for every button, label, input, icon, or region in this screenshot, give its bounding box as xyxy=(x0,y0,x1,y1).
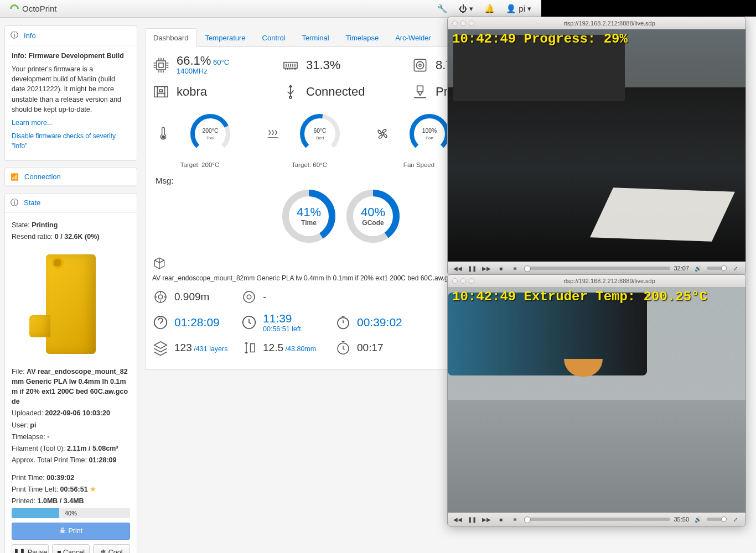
state-title-link[interactable]: State xyxy=(24,199,40,207)
skip-fwd-icon-2[interactable]: ▶▶ xyxy=(481,517,492,523)
brand-text: OctoPrint xyxy=(22,4,57,13)
file-label: File: xyxy=(12,368,25,375)
stop-icon[interactable]: ■ xyxy=(495,265,506,272)
tl-v: - xyxy=(47,433,49,441)
tab-control[interactable]: Control xyxy=(254,28,294,47)
skip-back-icon[interactable]: ◀◀ xyxy=(452,265,463,272)
stop-icon-2[interactable]: ■ xyxy=(495,517,506,523)
mem-pct: 31.3% xyxy=(306,59,340,71)
info-disable-link[interactable]: Disable firmware checks of severity "Inf… xyxy=(12,132,116,150)
cancel-button[interactable]: ■ Cancel xyxy=(52,544,89,553)
bell-icon[interactable]: 🔔 xyxy=(484,4,495,14)
disk-icon xyxy=(411,56,429,74)
tl-l: Timelapse: xyxy=(12,433,45,441)
nozzle-icon xyxy=(411,83,429,101)
playlist-icon[interactable]: ≡ xyxy=(510,265,521,272)
brand-logo-icon xyxy=(8,2,21,15)
info-panel: Info Info: Firmware Development Build Yo… xyxy=(4,25,137,161)
brand[interactable]: OctoPrint xyxy=(10,4,57,13)
traffic-lights-2[interactable] xyxy=(452,278,474,284)
fil-v: 2.11m / 5.08cm³ xyxy=(67,445,118,452)
video1-controls: ◀◀ ❚❚ ▶▶ ■ ≡ 32:07 🔊 ⤢ xyxy=(448,262,745,275)
gcode-ring: 40%GCode xyxy=(345,189,401,244)
fullscreen-icon-2[interactable]: ⤢ xyxy=(730,517,741,523)
eta: 11:3900:56:51 left xyxy=(241,312,335,333)
pause-button[interactable]: ❚❚ Pause xyxy=(12,544,49,553)
printer-name: kobra xyxy=(177,86,207,98)
volume-slider[interactable] xyxy=(707,267,727,270)
filament-used: 0.909m xyxy=(152,289,241,305)
volume-slider-2[interactable] xyxy=(707,518,727,521)
video-window-2[interactable]: rtsp://192.168.2.212:8889/live.sdp 10:42… xyxy=(447,274,746,526)
svg-text:GCode: GCode xyxy=(362,219,384,227)
print-progress: 40% xyxy=(12,508,130,518)
svg-point-5 xyxy=(419,64,421,66)
uploaded-label: Uploaded: xyxy=(12,409,43,417)
uploaded-value: 2022-09-06 10:03:20 xyxy=(45,409,110,417)
stopwatch-icon xyxy=(335,314,351,331)
ram-icon xyxy=(282,56,299,74)
video1-feed: 10:42:49 Progress: 29% xyxy=(448,29,745,262)
wrench-icon[interactable]: 🔧 xyxy=(437,4,448,14)
cpu-pct: 66.1% xyxy=(177,54,211,67)
info-learn-link[interactable]: Learn more... xyxy=(12,119,53,127)
resend-label: Resend ratio: xyxy=(12,233,53,241)
print-button[interactable]: 🖶 Print xyxy=(12,523,130,539)
tool-target: Target: 200°C xyxy=(156,161,244,168)
cpu-stat: 66.1% 60°C1400MHz xyxy=(152,55,271,75)
svg-text:60°C: 60°C xyxy=(313,128,327,134)
pt-v: 00:39:02 xyxy=(46,474,74,482)
connection-panel: Connection xyxy=(4,168,137,186)
skip-back-icon-2[interactable]: ◀◀ xyxy=(452,517,463,523)
layers: 123 /431 layers xyxy=(152,340,241,356)
video2-overlay: 10:42:49 Extruder Temp: 200.25°C xyxy=(452,289,707,304)
svg-text:Bed: Bed xyxy=(316,135,324,140)
msg-label: Msg: xyxy=(156,176,174,185)
volume-icon-2[interactable]: 🔊 xyxy=(692,517,703,523)
filament-right: - xyxy=(241,289,335,305)
svg-point-32 xyxy=(244,291,255,302)
seek-bar[interactable] xyxy=(524,267,670,270)
mem-stat: 31.3% xyxy=(282,56,400,74)
skip-fwd-icon[interactable]: ▶▶ xyxy=(481,265,492,272)
cpu-freq: 1400MHz xyxy=(177,67,208,75)
tab-timelapse[interactable]: Timelapse xyxy=(338,28,387,47)
seek-bar-2[interactable] xyxy=(524,518,670,521)
user-menu[interactable]: 👤 pi ▾ xyxy=(506,4,531,14)
traffic-lights[interactable] xyxy=(452,20,474,26)
height-icon xyxy=(241,340,257,356)
last-layer-time: 00:17 xyxy=(335,340,423,356)
svg-text:200°C: 200°C xyxy=(203,128,219,134)
playlist-icon-2[interactable]: ≡ xyxy=(510,517,521,523)
video2-title: rtsp://192.168.2.212:8889/live.sdp xyxy=(478,278,741,284)
tab-dashboard[interactable]: Dashboard xyxy=(145,28,197,47)
video2-feed: 10:42:49 Extruder Temp: 200.25°C xyxy=(448,287,745,513)
info-title-link[interactable]: Info xyxy=(24,32,36,40)
svg-rect-0 xyxy=(157,61,165,70)
fullscreen-icon[interactable]: ⤢ xyxy=(730,265,741,272)
ptl-v: 00:56:51 xyxy=(60,486,88,493)
user-label: pi xyxy=(519,4,525,13)
connection-title-link[interactable]: Connection xyxy=(24,173,61,181)
user-l: User: xyxy=(12,421,28,429)
svg-text:Fan: Fan xyxy=(426,135,433,140)
svg-text:100%: 100% xyxy=(422,128,437,134)
svg-point-31 xyxy=(158,295,163,299)
tab-temperature[interactable]: Temperature xyxy=(197,28,254,47)
pt-l: Print Time: xyxy=(12,474,45,482)
video1-time: 32:07 xyxy=(674,265,689,272)
layers-icon xyxy=(152,340,169,356)
tab-terminal[interactable]: Terminal xyxy=(294,28,338,47)
pause-icon[interactable]: ❚❚ xyxy=(467,265,478,272)
svg-point-4 xyxy=(416,61,423,69)
video-window-1[interactable]: rtsp://192.168.2.212:8888/live.sdp 10:42… xyxy=(447,17,746,275)
tab-arcwelder[interactable]: Arc-Welder xyxy=(387,28,439,47)
state-label: State: xyxy=(12,221,30,229)
power-menu[interactable]: ⏻ ▾ xyxy=(459,4,473,13)
signal-icon xyxy=(11,173,21,181)
heatbed-icon xyxy=(265,126,281,142)
cool-button[interactable]: ❄ Cool xyxy=(93,544,130,553)
pause-icon-2[interactable]: ❚❚ xyxy=(467,517,478,523)
volume-icon[interactable]: 🔊 xyxy=(692,265,703,272)
ptl-l: Print Time Left: xyxy=(12,486,58,493)
